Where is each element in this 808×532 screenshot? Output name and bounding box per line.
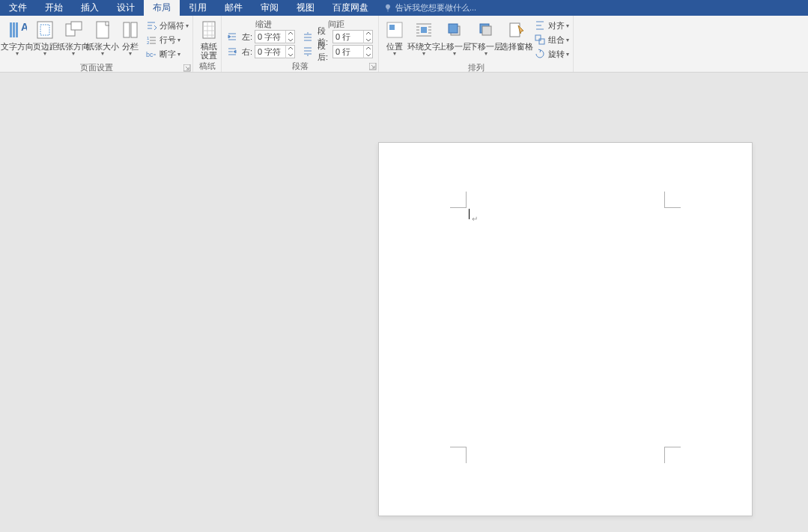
spinner-up-icon[interactable] bbox=[286, 31, 294, 37]
wrap-text-button[interactable]: 环绕文字 ▾ bbox=[408, 17, 440, 57]
page-setup-dialog-launcher[interactable] bbox=[183, 64, 191, 72]
chevron-down-icon: ▾ bbox=[186, 22, 189, 29]
paragraph-dialog-launcher[interactable] bbox=[369, 63, 377, 70]
indent-right-spinner[interactable] bbox=[255, 45, 295, 58]
svg-rect-18 bbox=[389, 25, 395, 30]
line-numbers-icon: 12 bbox=[145, 34, 157, 46]
spacing-before-icon bbox=[303, 31, 313, 42]
crop-mark-bottom-left bbox=[450, 447, 467, 463]
paragraph-mark-icon: ↵ bbox=[472, 215, 478, 223]
tab-insert[interactable]: 插入 bbox=[72, 0, 108, 16]
indent-right-label: 右: bbox=[242, 46, 252, 58]
tab-home[interactable]: 开始 bbox=[36, 0, 72, 16]
chevron-down-icon: ▾ bbox=[453, 51, 456, 57]
ribbon: A 文字方向 ▾ 页边距 ▾ 纸张方向 ▾ bbox=[0, 16, 808, 73]
svg-rect-25 bbox=[535, 35, 541, 40]
indent-right-input[interactable] bbox=[255, 47, 285, 56]
bring-forward-icon bbox=[443, 19, 467, 41]
svg-text:bc: bc bbox=[146, 51, 154, 58]
group-page-setup: A 文字方向 ▾ 页边距 ▾ 纸张方向 ▾ bbox=[0, 16, 193, 72]
tab-mailings[interactable]: 邮件 bbox=[216, 0, 252, 16]
bring-forward-button[interactable]: 上移一层 ▾ bbox=[440, 17, 471, 57]
spinner-down-icon[interactable] bbox=[286, 52, 294, 58]
spinner-up-icon[interactable] bbox=[286, 46, 294, 52]
spinner-down-icon[interactable] bbox=[364, 37, 372, 43]
tab-review[interactable]: 审阅 bbox=[252, 0, 288, 16]
group-objects-button[interactable]: 组合▾ bbox=[534, 33, 569, 46]
spacing-after-icon bbox=[303, 46, 313, 57]
crop-mark-bottom-right bbox=[664, 447, 681, 463]
chevron-down-icon: ▾ bbox=[485, 51, 487, 57]
svg-rect-8 bbox=[97, 22, 109, 38]
spinner-down-icon[interactable] bbox=[286, 37, 294, 43]
page-setup-label: 页面设置 bbox=[80, 63, 113, 72]
selection-pane-icon bbox=[505, 19, 529, 41]
tab-layout[interactable]: 布局 bbox=[144, 0, 180, 16]
tell-me-search[interactable]: 告诉我您想要做什么... bbox=[377, 0, 482, 16]
margins-button[interactable]: 页边距 ▾ bbox=[31, 17, 58, 57]
chevron-down-icon: ▾ bbox=[393, 51, 396, 57]
lightbulb-icon bbox=[383, 4, 392, 13]
orientation-button[interactable]: 纸张方向 ▾ bbox=[58, 17, 88, 57]
text-direction-icon: A bbox=[5, 19, 29, 41]
margins-icon bbox=[33, 19, 57, 41]
manuscript-icon bbox=[197, 19, 221, 41]
breaks-icon bbox=[145, 19, 157, 31]
wrap-text-icon bbox=[412, 19, 436, 41]
tab-baidu-netdisk[interactable]: 百度网盘 bbox=[323, 0, 377, 16]
spacing-before-spinner[interactable] bbox=[332, 30, 373, 43]
breaks-button[interactable]: 分隔符▾ bbox=[145, 19, 189, 32]
chevron-down-icon: ▾ bbox=[422, 51, 425, 57]
group-icon bbox=[534, 34, 546, 46]
svg-text:2: 2 bbox=[147, 40, 150, 45]
tab-file[interactable]: 文件 bbox=[0, 0, 36, 16]
rotate-button[interactable]: 旋转▾ bbox=[534, 47, 569, 61]
spacing-after-spinner[interactable] bbox=[332, 45, 373, 58]
orientation-icon bbox=[61, 19, 85, 41]
spinner-down-icon[interactable] bbox=[364, 52, 372, 58]
manuscript-label: 稿纸 bbox=[199, 61, 216, 70]
spinner-up-icon[interactable] bbox=[364, 31, 372, 37]
hyphenation-icon: bc bbox=[145, 48, 157, 60]
tab-design[interactable]: 设计 bbox=[108, 0, 144, 16]
ribbon-tabs: 文件 开始 插入 设计 布局 引用 邮件 审阅 视图 百度网盘 告诉我您想要做什… bbox=[0, 0, 808, 16]
indent-left-input[interactable] bbox=[255, 32, 285, 41]
svg-rect-2 bbox=[16, 22, 18, 37]
hyphenation-button[interactable]: bc 断字▾ bbox=[145, 47, 189, 61]
indent-left-icon bbox=[227, 31, 237, 42]
indent-header: 缩进 bbox=[255, 19, 272, 29]
document-canvas[interactable]: ↵ bbox=[0, 73, 808, 532]
svg-text:A: A bbox=[21, 21, 27, 33]
svg-rect-10 bbox=[131, 22, 137, 37]
indent-left-spinner[interactable] bbox=[255, 30, 295, 43]
spacing-after-input[interactable] bbox=[333, 47, 363, 56]
text-direction-button[interactable]: A 文字方向 ▾ bbox=[2, 17, 31, 57]
columns-button[interactable]: 分栏 ▾ bbox=[117, 17, 144, 57]
group-paragraph: 缩进 间距 左: 段前: bbox=[222, 16, 379, 72]
selection-pane-button[interactable]: 选择窗格 bbox=[502, 17, 533, 51]
spacing-after-label: 段后: bbox=[318, 40, 330, 63]
svg-rect-21 bbox=[449, 24, 458, 33]
indent-left-label: 左: bbox=[242, 31, 252, 43]
spinner-up-icon[interactable] bbox=[364, 46, 372, 52]
svg-rect-26 bbox=[539, 39, 544, 44]
svg-rect-15 bbox=[203, 22, 215, 38]
svg-rect-23 bbox=[482, 26, 491, 35]
align-button[interactable]: 对齐▾ bbox=[534, 19, 569, 32]
group-arrange: 位置 ▾ 环绕文字 ▾ 上移一层 ▾ 下移一层 ▾ 选择窗格 bbox=[379, 16, 574, 72]
rotate-icon bbox=[534, 48, 546, 60]
position-button[interactable]: 位置 ▾ bbox=[381, 17, 408, 57]
svg-rect-1 bbox=[13, 22, 15, 37]
spacing-before-input[interactable] bbox=[333, 32, 363, 41]
line-numbers-button[interactable]: 12 行号▾ bbox=[145, 33, 189, 46]
paper-size-button[interactable]: 纸张大小 ▾ bbox=[88, 17, 117, 57]
tab-view[interactable]: 视图 bbox=[288, 0, 323, 16]
send-backward-button[interactable]: 下移一层 ▾ bbox=[470, 17, 502, 57]
document-page[interactable]: ↵ bbox=[378, 142, 753, 516]
columns-icon bbox=[118, 19, 142, 41]
text-cursor: ↵ bbox=[469, 209, 470, 219]
manuscript-settings-button[interactable]: 稿纸 设置 bbox=[195, 17, 222, 60]
send-backward-icon bbox=[474, 19, 498, 41]
tab-references[interactable]: 引用 bbox=[180, 0, 216, 16]
chevron-down-icon: ▾ bbox=[566, 22, 569, 29]
